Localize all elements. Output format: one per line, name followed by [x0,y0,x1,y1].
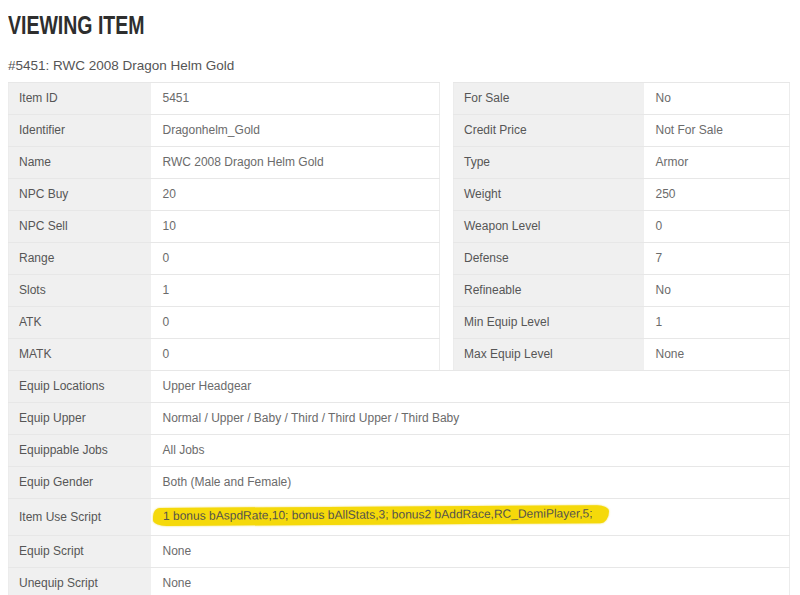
field-value: None [644,339,790,371]
row-equip-upper: Equip Upper Normal / Upper / Baby / Thir… [9,403,790,435]
page-title: VIEWING ITEM [8,10,145,41]
field-label: Credit Price [454,115,644,147]
field-value: 0 [644,211,790,243]
item-detail-top-section: Item ID 5451 Identifier Dragonhelm_Gold … [8,82,792,371]
field-label: Range [9,243,151,275]
field-label: Identifier [9,115,151,147]
row-matk: MATK 0 [9,339,440,371]
row-defense: Defense 7 [454,243,790,275]
row-atk: ATK 0 [9,307,440,339]
field-value: 250 [644,179,790,211]
row-unequip-script: Unequip Script None [9,568,790,595]
item-stats-table: Item ID 5451 Identifier Dragonhelm_Gold … [8,82,440,371]
row-range: Range 0 [9,243,440,275]
field-label: NPC Sell [9,211,151,243]
field-value: 10 [151,211,440,243]
field-value: All Jobs [151,435,790,467]
row-equip-locations: Equip Locations Upper Headgear [9,371,790,403]
item-properties-table: For Sale No Credit Price Not For Sale Ty… [453,82,790,371]
row-refineable: Refineable No [454,275,790,307]
field-label: Weight [454,179,644,211]
field-value: 7 [644,243,790,275]
field-label: Equippable Jobs [9,435,151,467]
field-value: 1 bonus bAspdRate,10; bonus bAllStats,3;… [151,499,790,536]
field-label: Equip Upper [9,403,151,435]
row-equippable-jobs: Equippable Jobs All Jobs [9,435,790,467]
row-type: Type Armor [454,147,790,179]
field-label: Equip Locations [9,371,151,403]
row-item-use-script: Item Use Script 1 bonus bAspdRate,10; bo… [9,499,790,536]
field-value: RWC 2008 Dragon Helm Gold [151,147,440,179]
yellow-highlight-annotation: 1 bonus bAspdRate,10; bonus bAllStats,3;… [152,505,608,526]
field-value: 0 [151,243,440,275]
field-value: Not For Sale [644,115,790,147]
field-label: Min Equip Level [454,307,644,339]
field-label: Item Use Script [9,499,151,536]
item-view-page: VIEWING ITEM #5451: RWC 2008 Dragon Helm… [0,0,800,595]
field-label: Type [454,147,644,179]
row-npc-sell: NPC Sell 10 [9,211,440,243]
field-label: NPC Buy [9,179,151,211]
row-weapon-level: Weapon Level 0 [454,211,790,243]
row-for-sale: For Sale No [454,83,790,115]
row-equip-script: Equip Script None [9,536,790,568]
field-label: Name [9,147,151,179]
field-value: 1 [151,275,440,307]
row-max-equip-level: Max Equip Level None [454,339,790,371]
field-label: Equip Gender [9,467,151,499]
field-label: Equip Script [9,536,151,568]
field-label: Refineable [454,275,644,307]
row-item-id: Item ID 5451 [9,83,440,115]
field-label: Defense [454,243,644,275]
field-value: 0 [151,339,440,371]
field-value: 5451 [151,83,440,115]
item-use-script-text: 1 bonus bAspdRate,10; bonus bAllStats,3;… [162,506,592,523]
item-equip-table: Equip Locations Upper Headgear Equip Upp… [8,370,790,595]
field-value: Normal / Upper / Baby / Third / Third Up… [151,403,790,435]
row-name: Name RWC 2008 Dragon Helm Gold [9,147,440,179]
item-subtitle: #5451: RWC 2008 Dragon Helm Gold [8,58,792,73]
field-value: Dragonhelm_Gold [151,115,440,147]
row-identifier: Identifier Dragonhelm_Gold [9,115,440,147]
field-label: MATK [9,339,151,371]
row-weight: Weight 250 [454,179,790,211]
field-label: Weapon Level [454,211,644,243]
field-value: None [151,568,790,595]
field-value: No [644,83,790,115]
field-value: Armor [644,147,790,179]
field-value: 1 [644,307,790,339]
field-value: 20 [151,179,440,211]
field-label: Unequip Script [9,568,151,595]
field-label: Item ID [9,83,151,115]
row-min-equip-level: Min Equip Level 1 [454,307,790,339]
field-label: Slots [9,275,151,307]
field-value: None [151,536,790,568]
field-label: Max Equip Level [454,339,644,371]
field-label: For Sale [454,83,644,115]
field-value: Upper Headgear [151,371,790,403]
row-slots: Slots 1 [9,275,440,307]
field-value: Both (Male and Female) [151,467,790,499]
row-npc-buy: NPC Buy 20 [9,179,440,211]
row-credit-price: Credit Price Not For Sale [454,115,790,147]
row-equip-gender: Equip Gender Both (Male and Female) [9,467,790,499]
field-value: 0 [151,307,440,339]
field-value: No [644,275,790,307]
field-label: ATK [9,307,151,339]
